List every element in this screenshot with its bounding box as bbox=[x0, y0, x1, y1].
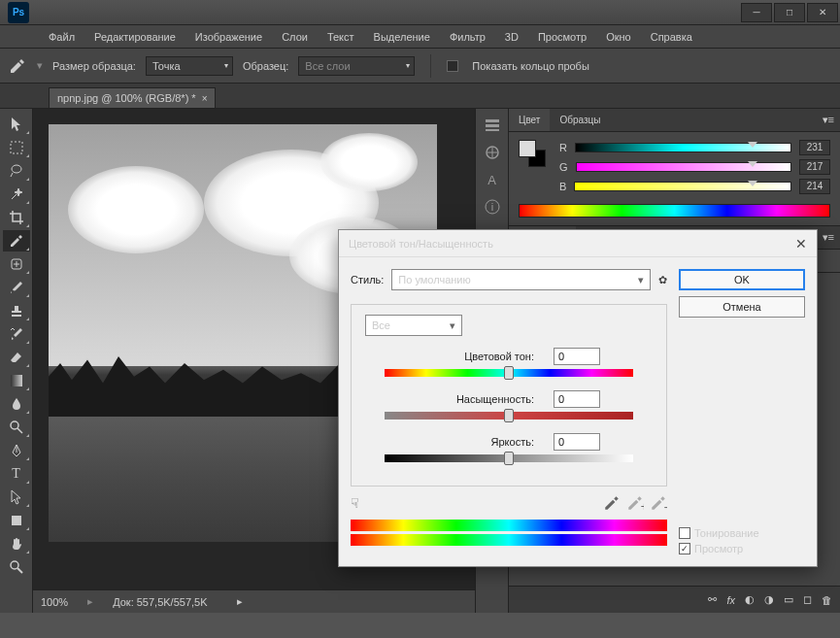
shape-tool[interactable] bbox=[3, 510, 30, 531]
saturation-slider[interactable] bbox=[385, 412, 633, 420]
preview-label: Просмотр bbox=[694, 543, 743, 554]
panel-menu-icon[interactable]: ▾≡ bbox=[817, 114, 840, 126]
svg-point-3 bbox=[11, 421, 18, 429]
cancel-button[interactable]: Отмена bbox=[679, 296, 805, 318]
move-tool[interactable] bbox=[3, 114, 30, 135]
group-icon[interactable]: ▭ bbox=[784, 593, 793, 606]
hue-input[interactable] bbox=[554, 348, 600, 365]
gradient-tool[interactable] bbox=[3, 370, 30, 391]
eraser-tool[interactable] bbox=[3, 347, 30, 368]
r-slider[interactable] bbox=[575, 143, 791, 152]
ok-button[interactable]: OK bbox=[679, 269, 805, 290]
lasso-tool[interactable] bbox=[3, 160, 30, 182]
dialog-close-icon[interactable]: ✕ bbox=[795, 236, 807, 252]
menu-3d[interactable]: 3D bbox=[495, 31, 528, 43]
show-ring-checkbox[interactable] bbox=[447, 60, 458, 72]
eyedropper-tool[interactable] bbox=[3, 230, 30, 252]
pen-tool[interactable] bbox=[3, 440, 30, 461]
preset-label: Стиль: bbox=[351, 274, 384, 285]
r-label: R bbox=[559, 142, 567, 153]
finger-tool-icon[interactable]: ☟ bbox=[351, 495, 359, 511]
properties-panel-icon[interactable] bbox=[479, 140, 506, 165]
hue-slider[interactable] bbox=[385, 369, 633, 377]
info-panel-icon[interactable]: i bbox=[479, 194, 506, 219]
fill-icon[interactable]: ◑ bbox=[764, 593, 774, 606]
saturation-label: Насыщенность: bbox=[418, 393, 534, 405]
foreground-swatch[interactable] bbox=[519, 140, 536, 157]
close-tab-icon[interactable]: × bbox=[202, 93, 208, 104]
color-tab[interactable]: Цвет bbox=[509, 109, 550, 131]
zoom-level[interactable]: 100% bbox=[41, 596, 68, 608]
preset-gear-icon[interactable]: ✿ bbox=[658, 274, 667, 286]
swatches-tab[interactable]: Образцы bbox=[550, 109, 610, 131]
trash-icon[interactable]: 🗑 bbox=[822, 594, 832, 606]
link-icon[interactable]: ⚯ bbox=[708, 593, 717, 606]
lightness-slider[interactable] bbox=[385, 454, 633, 462]
menu-help[interactable]: Справка bbox=[641, 31, 702, 43]
menu-layer[interactable]: Слои bbox=[272, 31, 318, 43]
healing-tool[interactable] bbox=[3, 253, 30, 275]
menu-view[interactable]: Просмотр bbox=[528, 31, 596, 43]
eyedropper-subtract-icon[interactable]: - bbox=[650, 494, 667, 512]
svg-rect-8 bbox=[486, 129, 499, 131]
color-swatches[interactable] bbox=[519, 140, 546, 167]
document-tab[interactable]: npnp.jpg @ 100% (RGB/8*) * × bbox=[49, 87, 216, 108]
sample-size-dropdown[interactable]: Точка bbox=[146, 56, 233, 76]
crop-tool[interactable] bbox=[3, 207, 30, 228]
show-ring-label: Показать кольцо пробы bbox=[472, 60, 589, 72]
brush-tool[interactable] bbox=[3, 277, 30, 298]
dialog-titlebar[interactable]: Цветовой тон/Насыщенность ✕ bbox=[339, 230, 817, 257]
hue-saturation-dialog: Цветовой тон/Насыщенность ✕ Стиль: По ум… bbox=[338, 229, 818, 567]
menu-file[interactable]: Файл bbox=[39, 31, 84, 43]
r-value[interactable]: 231 bbox=[799, 140, 830, 155]
marquee-tool[interactable] bbox=[3, 137, 30, 158]
colorize-checkbox[interactable] bbox=[679, 527, 690, 539]
sample-dropdown[interactable]: Все слои bbox=[298, 56, 415, 76]
maximize-button[interactable]: □ bbox=[774, 3, 805, 22]
close-button[interactable]: ✕ bbox=[807, 3, 838, 22]
g-slider[interactable] bbox=[576, 162, 791, 172]
new-layer-icon[interactable]: ◻ bbox=[803, 593, 812, 606]
menubar: Файл Редактирование Изображение Слои Тек… bbox=[0, 25, 840, 49]
mask-icon[interactable]: ◐ bbox=[745, 593, 755, 606]
edit-dropdown[interactable]: Все bbox=[365, 315, 462, 336]
menu-filter[interactable]: Фильтр bbox=[440, 31, 495, 43]
path-select-tool[interactable] bbox=[3, 487, 30, 508]
dodge-tool[interactable] bbox=[3, 417, 30, 438]
preview-checkbox[interactable]: ✓ bbox=[679, 543, 690, 554]
history-panel-icon[interactable] bbox=[479, 113, 506, 138]
type-tool[interactable]: T bbox=[3, 463, 30, 485]
magic-wand-tool[interactable] bbox=[3, 184, 30, 205]
minimize-button[interactable]: ─ bbox=[741, 3, 772, 22]
eyedropper-icon[interactable] bbox=[603, 494, 621, 512]
blur-tool[interactable] bbox=[3, 393, 30, 415]
menu-select[interactable]: Выделение bbox=[364, 31, 440, 43]
b-value[interactable]: 214 bbox=[799, 179, 830, 194]
tools-panel: T bbox=[0, 109, 33, 613]
lightness-input[interactable] bbox=[554, 433, 600, 451]
fx-icon[interactable]: fx bbox=[726, 594, 735, 606]
svg-rect-4 bbox=[12, 516, 21, 525]
panel-menu-icon[interactable]: ▾≡ bbox=[817, 231, 840, 244]
menu-image[interactable]: Изображение bbox=[185, 31, 272, 43]
color-spectrum[interactable] bbox=[519, 204, 830, 218]
g-value[interactable]: 217 bbox=[799, 159, 830, 175]
app-logo: Ps bbox=[8, 2, 29, 23]
menu-window[interactable]: Окно bbox=[596, 31, 641, 43]
hue-label: Цветовой тон: bbox=[418, 351, 534, 362]
menu-type[interactable]: Текст bbox=[318, 31, 364, 43]
hand-tool[interactable] bbox=[3, 533, 30, 554]
menu-edit[interactable]: Редактирование bbox=[84, 31, 185, 43]
preset-dropdown[interactable]: По умолчанию bbox=[391, 269, 651, 290]
zoom-tool[interactable] bbox=[3, 556, 30, 578]
saturation-input[interactable] bbox=[554, 390, 600, 408]
eyedropper-add-icon[interactable]: + bbox=[626, 494, 644, 512]
svg-text:-: - bbox=[664, 500, 667, 512]
history-brush-tool[interactable] bbox=[3, 323, 30, 345]
stamp-tool[interactable] bbox=[3, 300, 30, 321]
svg-rect-6 bbox=[486, 119, 499, 122]
svg-point-5 bbox=[11, 561, 18, 569]
svg-rect-0 bbox=[11, 142, 22, 153]
b-slider[interactable] bbox=[574, 182, 791, 191]
character-panel-icon[interactable]: A bbox=[479, 167, 506, 192]
